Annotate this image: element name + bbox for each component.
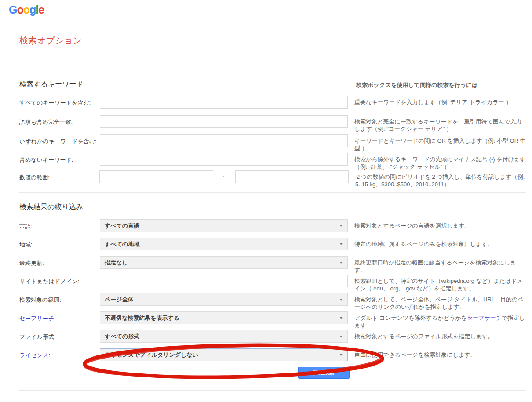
file-type-select-value: すべての形式 — [105, 333, 139, 340]
safesearch-label[interactable]: セーフサーチ: — [19, 311, 100, 322]
form-row-region: 地域: すべての地域 ▼ 特定の地域に属するページのみを検索対象にします。 — [19, 238, 526, 251]
search-scope-label: 検索対象の範囲: — [19, 293, 100, 304]
all-keywords-label: すべてのキーワードを含む: — [19, 96, 100, 107]
advanced-search-page: Google 検索オプション 検索するキーワード 検索ボックスを使用して同様の検… — [0, 0, 532, 402]
search-scope-help: 検索対象として、ページ全体、ページ タイトル、URL、目的のページへのリンクのい… — [354, 293, 526, 311]
safesearch-select[interactable]: 不適切な検索結果を表示する ▼ — [100, 311, 348, 324]
exact-phrase-input[interactable] — [100, 115, 348, 128]
form-row-license: ライセンス: ライセンスでフィルタリングしない ▼ 自由に使用できるページを検索… — [19, 348, 526, 362]
region-select-value: すべての地域 — [105, 240, 139, 248]
dropdown-arrow-icon: ▼ — [339, 353, 343, 357]
header-divider — [0, 60, 532, 60]
narrow-section: 言語: すべての言語 ▼ 検索対象とするページの言語を選択します。 地域: すべ… — [19, 219, 526, 362]
form-row-safesearch: セーフサーチ: 不適切な検索結果を表示する ▼ アダルト コンテンツを除外するか… — [19, 311, 526, 325]
dropdown-arrow-icon: ▼ — [339, 316, 343, 320]
page-header: Google 検索オプション — [0, 0, 532, 47]
number-range-label: 数値の範囲: — [19, 170, 99, 181]
safesearch-select-value: 不適切な検索結果を表示する — [105, 314, 179, 322]
form-row-exact-phrase: 語順も含め完全一致: 検索対象と完全に一致するキーワードを二重引用符で囲んで入力… — [19, 115, 526, 129]
keywords-section-header: 検索するキーワード 検索ボックスを使用して同様の検索を行うには — [19, 80, 526, 89]
bottom-divider — [19, 390, 526, 391]
form-row-none-keywords: 含めないキーワード: 検索から除外するキーワードの先頭にマイナス記号 (-) を… — [19, 153, 526, 167]
form-row-language: 言語: すべての言語 ▼ 検索対象とするページの言語を選択します。 — [19, 219, 526, 233]
advanced-search-button[interactable]: 詳細検索 — [298, 367, 350, 379]
form-row-file-type: ファイル形式 すべての形式 ▼ 検索対象とするページのファイル形式を指定します。 — [19, 330, 526, 344]
narrow-section-heading: 検索結果の絞り込み — [19, 203, 356, 212]
safesearch-help: アダルト コンテンツを除外するかどうかをセーフサーチで指定します — [354, 311, 526, 329]
number-range-help: ２つの数値の間にピリオドを２つ挿入し、単位を付記します（例: 5..15 kg、… — [355, 170, 526, 188]
submit-row: 詳細検索 — [19, 367, 526, 379]
narrow-section-header: 検索結果の絞り込み — [19, 203, 526, 212]
dropdown-arrow-icon: ▼ — [339, 335, 343, 338]
section-divider — [19, 192, 526, 193]
file-type-label: ファイル形式 — [19, 330, 100, 341]
site-domain-input[interactable] — [100, 275, 348, 287]
form-row-all-keywords: すべてのキーワードを含む: 重要なキーワードを入力します（例: テリア トライカ… — [19, 96, 526, 109]
language-select-value: すべての言語 — [105, 222, 139, 230]
search-scope-select[interactable]: ページ全体 ▼ — [100, 293, 348, 306]
last-updated-select-value: 指定なし — [105, 259, 128, 267]
google-logo-letter: G — [9, 4, 17, 16]
file-type-select[interactable]: すべての形式 ▼ — [100, 330, 348, 343]
exact-phrase-label: 語順も含め完全一致: — [19, 115, 100, 126]
range-tilde: ～ — [213, 173, 235, 181]
all-keywords-help: 重要なキーワードを入力します（例: テリア トライカラー ） — [354, 96, 526, 106]
none-keywords-help: 検索から除外するキーワードの先頭にマイナス記号 (-) を付けます（例: -紅茶… — [354, 153, 526, 170]
license-select-value: ライセンスでフィルタリングしない — [105, 351, 198, 359]
form-row-search-scope: 検索対象の範囲: ページ全体 ▼ 検索対象として、ページ全体、ページ タイトル、… — [19, 293, 526, 307]
any-keywords-label: いずれかのキーワードを含む: — [19, 134, 100, 145]
language-help: 検索対象とするページの言語を選択します。 — [354, 219, 526, 229]
range-low-input[interactable] — [99, 170, 213, 183]
form-row-site-domain: サイトまたはドメイン: 検索範囲として、特定のサイト（wikipedia.org… — [19, 275, 526, 288]
any-keywords-help: キーワードとキーワードの間に OR を挿入します（例: 小型 OR 中型 ） — [354, 134, 526, 152]
form-row-any-keywords: いずれかのキーワードを含む: キーワードとキーワードの間に OR を挿入します（… — [19, 134, 526, 148]
help-column-heading: 検索ボックスを使用して同様の検索を行うには — [356, 80, 478, 89]
dropdown-arrow-icon: ▼ — [339, 298, 343, 301]
dropdown-arrow-icon: ▼ — [339, 243, 343, 246]
google-logo-letter: g — [29, 4, 36, 16]
google-logo-letter: o — [23, 4, 29, 16]
keywords-section: すべてのキーワードを含む: 重要なキーワードを入力します（例: テリア トライカ… — [19, 96, 526, 184]
region-label: 地域: — [19, 238, 100, 249]
page-title: 検索オプション — [19, 35, 532, 47]
safesearch-help-pre: アダルト コンテンツを除外するかどうかを — [354, 315, 467, 321]
form-content: 検索するキーワード 検索ボックスを使用して同様の検索を行うには すべてのキーワー… — [0, 80, 532, 391]
dropdown-arrow-icon: ▼ — [339, 224, 343, 228]
form-row-last-updated: 最終更新: 指定なし ▼ 最終更新日時が指定の範囲に該当するページを検索対象にし… — [19, 256, 526, 270]
language-label: 言語: — [19, 219, 100, 230]
license-label[interactable]: ライセンス: — [19, 348, 100, 359]
license-select[interactable]: ライセンスでフィルタリングしない ▼ — [100, 348, 348, 361]
form-row-number-range: 数値の範囲: ～ ２つの数値の間にピリオドを２つ挿入し、単位を付記します（例: … — [19, 170, 526, 184]
search-scope-select-value: ページ全体 — [105, 296, 134, 304]
license-help: 自由に使用できるページを検索対象にします。 — [354, 348, 526, 359]
keywords-section-heading: 検索するキーワード — [19, 80, 356, 89]
google-logo[interactable]: Google — [9, 4, 44, 16]
file-type-help: 検索対象とするページのファイル形式を指定します。 — [354, 330, 526, 340]
google-logo-letter: o — [17, 4, 23, 16]
all-keywords-input[interactable] — [100, 96, 348, 109]
exact-phrase-help: 検索対象と完全に一致するキーワードを二重引用符で囲んで入力します（例: "ヨーク… — [354, 115, 526, 133]
region-help: 特定の地域に属するページのみを検索対象にします。 — [354, 238, 526, 248]
safesearch-help-link[interactable]: セーフサーチ — [467, 315, 502, 321]
google-logo-letter: e — [38, 4, 44, 16]
range-high-input[interactable] — [235, 170, 349, 183]
any-keywords-input[interactable] — [100, 134, 348, 147]
last-updated-label: 最終更新: — [19, 256, 100, 267]
language-select[interactable]: すべての言語 ▼ — [100, 219, 348, 232]
last-updated-help: 最終更新日時が指定の範囲に該当するページを検索対象にします。 — [354, 256, 526, 274]
none-keywords-label: 含めないキーワード: — [19, 153, 100, 164]
site-domain-help: 検索範囲として、特定のサイト（wikipedia.org など）またはドメイン（… — [354, 275, 526, 292]
dropdown-arrow-icon: ▼ — [339, 261, 343, 264]
last-updated-select[interactable]: 指定なし ▼ — [100, 256, 348, 269]
site-domain-label: サイトまたはドメイン: — [19, 275, 100, 286]
none-keywords-input[interactable] — [100, 153, 348, 166]
region-select[interactable]: すべての地域 ▼ — [100, 238, 348, 250]
